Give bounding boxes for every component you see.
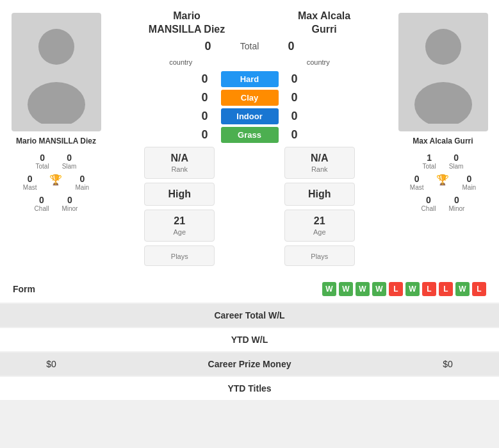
ytd-wl-label: YTD W/L (13, 335, 486, 345)
hard-surface-row: 0 Hard 0 (112, 71, 387, 87)
middle-section: Mario MANSILLA Diez Max Alcala Gurri 0 T… (112, 6, 387, 269)
career-wl-row: Career Total W/L (0, 304, 499, 327)
right-plays-panel: Plays (284, 245, 355, 266)
country-flags-row: country country (112, 58, 387, 66)
indoor-surface-row: 0 Indoor 0 (112, 108, 387, 124)
ytd-wl-row: YTD W/L (0, 328, 499, 351)
form-badge-l: L (389, 282, 403, 296)
right-high-panel: High (284, 183, 355, 206)
left-stat-mast: 0 Mast (23, 174, 37, 191)
indoor-surface-button[interactable]: Indoor (221, 108, 279, 124)
left-player-name: Mario MANSILLA Diez (16, 137, 96, 145)
form-badges: WWWWLWLLWL (322, 282, 486, 296)
clay-surface-button[interactable]: Clay (221, 90, 279, 106)
right-name-center: Max Alcala Gurri (298, 10, 350, 37)
form-badge-l: L (439, 282, 453, 296)
grass-surface-button[interactable]: Grass (221, 127, 279, 143)
grass-surface-row: 0 Grass 0 (112, 127, 387, 143)
right-total-score: 0 (282, 40, 301, 53)
left-prize-value: $0 (13, 359, 90, 369)
right-stat-mast: 0 Mast (410, 174, 424, 191)
right-rank-panel: N/A Rank (284, 147, 355, 179)
left-stat-row-3: 0 Chall 0 Minor (3, 195, 109, 212)
left-country-flag: country (169, 58, 192, 66)
career-wl-label: Career Total W/L (13, 310, 486, 320)
left-rank-panel: N/A Rank (144, 147, 215, 179)
form-badge-w: W (322, 282, 336, 296)
left-stat-minor: 0 Minor (61, 195, 78, 212)
right-stat-total: 1 Total (423, 153, 436, 170)
clay-surface-row: 0 Clay 0 (112, 90, 387, 106)
right-stat-slam: 0 Slam (449, 153, 464, 170)
left-stat-chall: 0 Chall (35, 195, 49, 212)
right-player-name: Max Alcala Gurri (413, 137, 473, 145)
form-row: Form WWWWLWLLWL (0, 276, 499, 303)
total-label: Total (224, 41, 275, 51)
right-player-card: Max Alcala Gurri 1 Total 0 Slam 0 Mast 🏆 (387, 6, 499, 220)
left-player-avatar (12, 13, 101, 131)
right-age-panel: 21 Age (284, 210, 355, 242)
hard-surface-button[interactable]: Hard (221, 71, 279, 87)
right-trophy-icon: 🏆 (436, 174, 449, 191)
svg-point-3 (414, 82, 472, 124)
left-player-stats: 0 Total 0 Slam 0 Mast 🏆 0 Main (3, 151, 109, 214)
right-player-avatar (398, 13, 488, 131)
svg-point-0 (38, 29, 74, 65)
player-names-row: Mario MANSILLA Diez Max Alcala Gurri (112, 10, 387, 37)
right-stat-row-3: 0 Chall 0 Minor (390, 195, 496, 212)
surface-rows: 0 Hard 0 0 Clay 0 0 Indoor 0 0 Grass 0 (112, 71, 387, 143)
ytd-titles-row: YTD Titles (0, 377, 499, 400)
right-stat-row-1: 1 Total 0 Slam (390, 153, 496, 170)
form-badge-w: W (405, 282, 420, 296)
score-total-row: 0 Total 0 (112, 40, 387, 53)
left-total-score: 0 (199, 40, 218, 53)
form-badge-w: W (372, 282, 386, 296)
form-badge-w: W (455, 282, 470, 296)
career-prize-row: $0 Career Prize Money $0 (0, 353, 499, 376)
left-player-card: Mario MANSILLA Diez 0 Total 0 Slam 0 Mas… (0, 6, 112, 220)
left-name-center: Mario MANSILLA Diez (149, 10, 225, 37)
form-label: Form (13, 284, 77, 294)
svg-point-2 (425, 29, 461, 65)
left-stat-total: 0 Total (36, 153, 49, 170)
svg-point-1 (28, 82, 85, 124)
right-stat-minor: 0 Minor (448, 195, 464, 212)
top-section: Mario MANSILLA Diez 0 Total 0 Slam 0 Mas… (0, 0, 499, 276)
bottom-section: Form WWWWLWLLWL Career Total W/L YTD W/L… (0, 276, 499, 400)
info-cards: N/A Rank High 21 Age Plays N/A Rank (112, 147, 387, 266)
left-stat-slam: 0 Slam (62, 153, 77, 170)
left-age-panel: 21 Age (144, 210, 215, 242)
right-country-flag: country (307, 58, 330, 66)
ytd-titles-label: YTD Titles (13, 383, 486, 394)
left-plays-panel: Plays (144, 245, 215, 266)
right-stat-row-2: 0 Mast 🏆 0 Main (390, 174, 496, 191)
career-prize-label: Career Prize Money (90, 359, 409, 369)
left-trophy-icon: 🏆 (49, 174, 62, 191)
form-badge-l: L (472, 282, 486, 296)
left-stat-row-2: 0 Mast 🏆 0 Main (3, 174, 109, 191)
form-badge-w: W (356, 282, 370, 296)
right-player-stats: 1 Total 0 Slam 0 Mast 🏆 0 Main (390, 151, 496, 214)
left-high-panel: High (144, 183, 215, 206)
left-stat-main: 0 Main (75, 174, 89, 191)
right-stat-main: 0 Main (462, 174, 476, 191)
left-stat-row-1: 0 Total 0 Slam (3, 153, 109, 170)
right-stat-chall: 0 Chall (421, 195, 436, 212)
right-prize-value: $0 (409, 359, 486, 369)
form-badge-l: L (422, 282, 436, 296)
form-badge-w: W (339, 282, 353, 296)
